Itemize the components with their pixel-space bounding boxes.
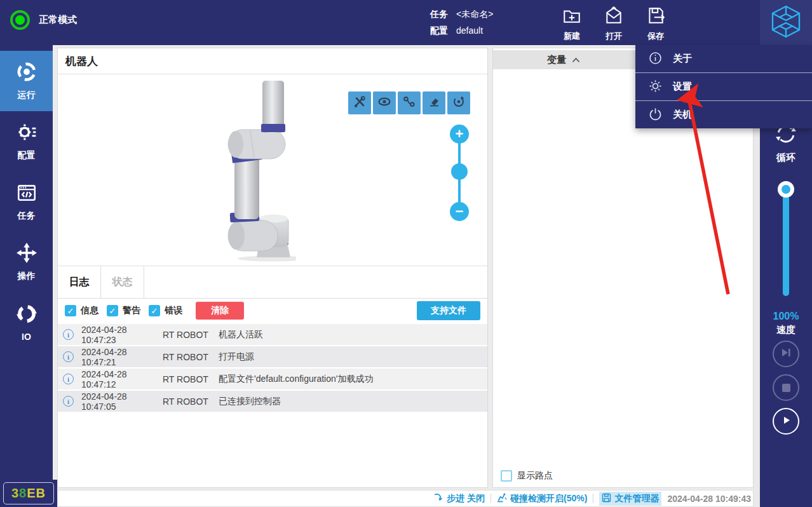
info-icon: i — [63, 374, 74, 384]
menu-item-shutdown[interactable]: 关机 — [635, 100, 812, 128]
sidebar-item-io-label: IO — [22, 332, 31, 342]
power-icon — [649, 107, 662, 123]
log-time: 2024-04-28 10:47:12 — [81, 369, 163, 389]
divider — [491, 494, 491, 503]
left-sidebar: 运行 配置 — [0, 45, 53, 507]
log-message: 机器人活跃 — [219, 329, 487, 341]
floppy-icon — [602, 493, 611, 504]
config-label: 配置 — [430, 22, 448, 39]
log-time: 2024-04-28 10:47:21 — [81, 347, 163, 367]
menu-item-settings[interactable]: 设置 — [635, 72, 812, 100]
sidebar-item-task[interactable]: 任务 — [0, 172, 53, 232]
sidebar-item-run-label: 运行 — [18, 90, 36, 101]
visibility-button[interactable] — [373, 91, 396, 114]
move-arrows-icon — [16, 242, 37, 266]
code-window-icon — [16, 182, 37, 206]
gear-icon — [649, 79, 662, 95]
tools-button[interactable] — [348, 91, 371, 114]
show-waypoints-checkbox[interactable] — [501, 470, 512, 482]
new-task-button[interactable]: 新建 — [562, 5, 582, 42]
status-code-badge: 3 8 EB — [3, 482, 54, 504]
robot-3d-viewport[interactable]: + − — [58, 74, 487, 266]
sidebar-item-config[interactable]: 配置 — [0, 111, 53, 172]
bottom-status-bar: 步进 关闭 碰撞检测开启(50%) — [57, 490, 754, 507]
error-filter-label: 错误 — [165, 305, 182, 316]
show-waypoints-row: 显示路点 — [501, 470, 553, 482]
log-row[interactable]: i 2024-04-28 10:47:12 RT ROBOT 配置文件'defa… — [58, 367, 487, 389]
variables-collapse-toggle[interactable]: 变量 — [547, 54, 580, 66]
task-label: 任务 — [430, 6, 448, 22]
log-source: RT ROBOT — [163, 330, 219, 340]
info-filter-label: 信息 — [81, 305, 98, 316]
log-row[interactable]: i 2024-04-28 10:47:05 RT ROBOT 已连接到控制器 — [58, 389, 487, 412]
status-indicator-icon — [10, 10, 30, 30]
tab-log[interactable]: 日志 — [58, 266, 101, 298]
play-icon — [780, 415, 792, 428]
menu-item-about-label: 关于 — [673, 53, 692, 65]
speed-label: 速度 — [760, 323, 812, 336]
menu-item-about[interactable]: 关于 — [635, 45, 812, 72]
speed-slider-handle[interactable] — [778, 181, 794, 198]
chevron-up-icon — [572, 54, 580, 65]
log-message: 配置文件'default.configuration'加载成功 — [219, 374, 487, 385]
mode-label: 正常模式 — [39, 14, 77, 26]
eraser-button[interactable] — [423, 91, 445, 114]
save-task-label: 保存 — [647, 30, 664, 42]
stop-icon — [782, 384, 790, 392]
speed-value: 100% — [760, 309, 812, 323]
log-tab-bar: 日志 状态 — [58, 266, 487, 299]
top-actions: 新建 打开 保存 — [562, 5, 666, 42]
log-message: 已连接到控制器 — [219, 396, 487, 407]
stop-button[interactable] — [773, 374, 799, 401]
step-mode-toggle[interactable]: 步进 关闭 — [433, 492, 485, 504]
step-mode-label: 步进 关闭 — [447, 493, 485, 504]
step-forward-button[interactable] — [773, 341, 799, 367]
skip-forward-icon — [781, 348, 792, 360]
show-waypoints-label: 显示路点 — [517, 470, 553, 482]
log-row[interactable]: i 2024-04-28 10:47:23 RT ROBOT 机器人活跃 — [58, 323, 487, 345]
play-button[interactable] — [773, 408, 799, 435]
log-list: i 2024-04-28 10:47:23 RT ROBOT 机器人活跃 i 2… — [58, 323, 487, 412]
path-button[interactable] — [398, 91, 421, 114]
info-filter-checkbox[interactable] — [65, 305, 76, 316]
file-manager-button[interactable]: 文件管理器 — [599, 492, 661, 506]
zoom-in-button[interactable]: + — [450, 125, 469, 144]
log-row[interactable]: i 2024-04-28 10:47:21 RT ROBOT 打开电源 — [58, 345, 487, 367]
sidebar-item-task-label: 任务 — [18, 210, 36, 222]
zoom-out-button[interactable]: − — [450, 202, 469, 221]
viewport-zoom-control: + − — [450, 125, 469, 221]
info-icon: i — [63, 329, 74, 340]
tab-status[interactable]: 状态 — [101, 266, 144, 298]
sidebar-item-operate[interactable]: 操作 — [0, 232, 53, 292]
task-config-info: 任务 <未命名> 配置 default — [430, 6, 493, 39]
robot-panel-title: 机器人 — [58, 48, 487, 74]
sidebar-item-operate-label: 操作 — [18, 271, 36, 282]
sidebar-item-io[interactable]: IO — [0, 292, 53, 353]
save-task-button[interactable]: 保存 — [646, 5, 666, 42]
status-code-char: EB — [27, 486, 46, 501]
app-root: 正常模式 任务 <未命名> 配置 default 新建 — [0, 0, 812, 507]
open-task-button[interactable]: 打开 — [604, 5, 624, 42]
loop-mode-button[interactable]: 循环 — [760, 123, 812, 164]
collision-detection-toggle[interactable]: 碰撞检测开启(50%) — [497, 492, 587, 504]
zoom-slider-handle[interactable] — [451, 163, 468, 180]
variables-title: 变量 — [547, 54, 566, 66]
error-filter-checkbox[interactable] — [149, 305, 160, 316]
sidebar-item-run[interactable]: 运行 — [0, 51, 53, 111]
robot-arm-render — [213, 77, 296, 262]
status-code-char: 8 — [19, 486, 27, 501]
rotate-icon — [452, 95, 466, 111]
system-dropdown-menu: 关于 设置 — [635, 45, 812, 128]
speed-slider-track[interactable] — [783, 189, 789, 296]
divider — [593, 494, 593, 503]
file-manager-label: 文件管理器 — [614, 493, 659, 504]
support-file-button[interactable]: 支持文件 — [417, 301, 480, 320]
reset-rotation-button[interactable] — [447, 91, 470, 114]
new-folder-icon — [562, 5, 582, 28]
app-logo-button[interactable] — [760, 0, 812, 45]
log-source: RT ROBOT — [163, 374, 219, 384]
clear-log-button[interactable]: 清除 — [196, 302, 244, 320]
warning-filter-checkbox[interactable] — [107, 305, 118, 316]
open-task-label: 打开 — [606, 30, 622, 42]
info-icon: i — [63, 351, 74, 362]
